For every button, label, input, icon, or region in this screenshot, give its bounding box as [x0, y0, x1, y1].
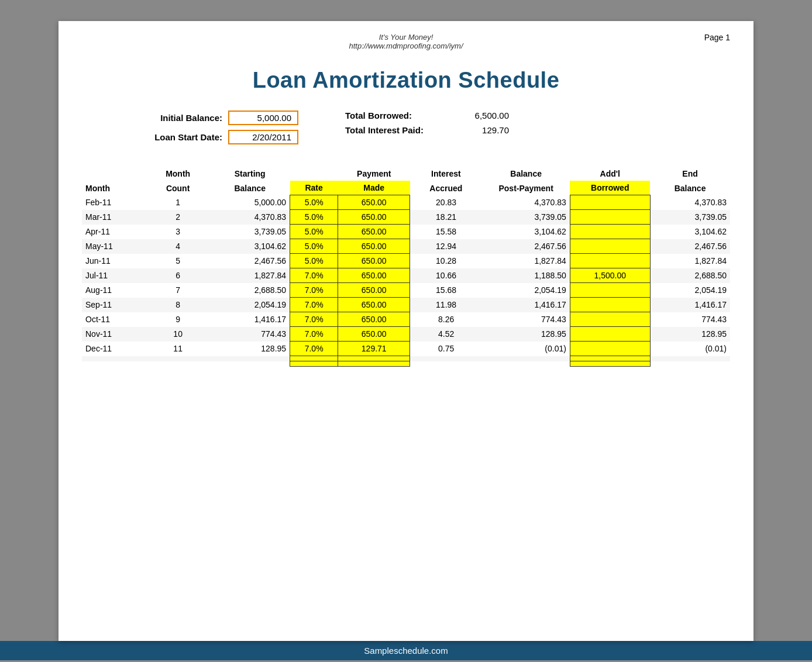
- table-cell: 4.52: [410, 327, 482, 342]
- info-left: Initial Balance: 5,000.00 Loan Start Dat…: [129, 111, 298, 149]
- table-cell: (0.01): [650, 342, 730, 356]
- table-cell: [570, 210, 650, 225]
- header-rate-top: [290, 167, 338, 181]
- total-interest-value: 129.70: [450, 125, 509, 135]
- table-cell: 7.0%: [290, 283, 338, 298]
- table-cell: 128.95: [210, 342, 290, 356]
- table-cell: [570, 225, 650, 239]
- table-cell: 2,467.56: [650, 239, 730, 254]
- table-cell: 650.00: [338, 312, 410, 327]
- table-cell: 15.58: [410, 225, 482, 239]
- table-cell: [482, 356, 570, 361]
- initial-balance-value: 5,000.00: [228, 111, 298, 125]
- table-cell: 650.00: [338, 268, 410, 283]
- header-starting-balance: Balance: [210, 181, 290, 195]
- table-cell: 0.75: [410, 342, 482, 356]
- table-cell: 8.26: [410, 312, 482, 327]
- table-cell: 20.83: [410, 195, 482, 210]
- header-month-count-top: Month: [146, 167, 209, 181]
- table-cell: 650.00: [338, 254, 410, 268]
- table-cell: 1,416.17: [210, 312, 290, 327]
- info-section: Initial Balance: 5,000.00 Loan Start Dat…: [82, 111, 730, 149]
- table-cell: 7.0%: [290, 268, 338, 283]
- table-cell: [82, 356, 146, 361]
- table-cell: 4: [146, 239, 209, 254]
- table-cell: 650.00: [338, 327, 410, 342]
- table-cell: 3,104.62: [210, 239, 290, 254]
- table-cell: May-11: [82, 239, 146, 254]
- table-cell: 1,827.84: [650, 254, 730, 268]
- footer-bar: Sampleschedule.com: [0, 641, 812, 660]
- table-cell: [570, 342, 650, 356]
- table-cell: [410, 361, 482, 367]
- table-cell: 10.66: [410, 268, 482, 283]
- table-cell: 650.00: [338, 225, 410, 239]
- table-cell: 3,104.62: [650, 225, 730, 239]
- page-number: Page 1: [704, 33, 730, 42]
- table-cell: 11: [146, 342, 209, 356]
- total-borrowed-row: Total Borrowed: 6,500.00: [345, 111, 509, 120]
- table-cell: 4,370.83: [650, 195, 730, 210]
- table-cell: 18.21: [410, 210, 482, 225]
- table-cell: [570, 283, 650, 298]
- table-cell: 650.00: [338, 195, 410, 210]
- table-cell: 3,739.05: [210, 225, 290, 239]
- table-cell: 5.0%: [290, 254, 338, 268]
- table-cell: [410, 356, 482, 361]
- table-cell: [570, 312, 650, 327]
- table-cell: 774.43: [650, 312, 730, 327]
- table-cell: 3: [146, 225, 209, 239]
- table-row: Aug-1172,688.507.0%650.0015.682,054.192,…: [82, 283, 730, 298]
- table-row: Oct-1191,416.177.0%650.008.26774.43774.4…: [82, 312, 730, 327]
- table-header-row-1: Month Starting Payment Interest Balance …: [82, 167, 730, 181]
- table-cell: 1,827.84: [210, 268, 290, 283]
- table-row: Jul-1161,827.847.0%650.0010.661,188.501,…: [82, 268, 730, 283]
- table-cell: 4,370.83: [482, 195, 570, 210]
- table-cell: [338, 361, 410, 367]
- table-cell: Dec-11: [82, 342, 146, 356]
- table-cell: 7.0%: [290, 298, 338, 312]
- initial-balance-label: Initial Balance:: [129, 113, 222, 123]
- table-row: Nov-1110774.437.0%650.004.52128.95128.95: [82, 327, 730, 342]
- header-balance-top: Balance: [482, 167, 570, 181]
- table-row: Feb-1115,000.005.0%650.0020.834,370.834,…: [82, 195, 730, 210]
- table-cell: 5,000.00: [210, 195, 290, 210]
- table-cell: 2,054.19: [210, 298, 290, 312]
- table-cell: 3,104.62: [482, 225, 570, 239]
- table-cell: 1,416.17: [482, 298, 570, 312]
- table-cell: [650, 361, 730, 367]
- table-cell: [338, 356, 410, 361]
- table-cell: 1,188.50: [482, 268, 570, 283]
- table-cell: 10: [146, 327, 209, 342]
- table-cell: [570, 254, 650, 268]
- table-header-row-2: Month Count Balance Rate Made Accrued Po…: [82, 181, 730, 195]
- table-cell: 3,739.05: [482, 210, 570, 225]
- table-cell: [570, 361, 650, 367]
- table-cell: [146, 361, 209, 367]
- info-right: Total Borrowed: 6,500.00 Total Interest …: [345, 111, 509, 140]
- table-cell: 8: [146, 298, 209, 312]
- header-month-label: Month: [82, 181, 146, 195]
- table-cell: [650, 356, 730, 361]
- table-cell: 128.95: [650, 327, 730, 342]
- footer-text: Sampleschedule.com: [364, 646, 448, 656]
- table-row: [82, 361, 730, 367]
- table-cell: 6: [146, 268, 209, 283]
- table-cell: 1,416.17: [650, 298, 730, 312]
- site-title: It's Your Money!: [82, 33, 730, 42]
- table-cell: 650.00: [338, 239, 410, 254]
- table-cell: 15.68: [410, 283, 482, 298]
- table-cell: 2,688.50: [210, 283, 290, 298]
- table-cell: [570, 327, 650, 342]
- table-body: Feb-1115,000.005.0%650.0020.834,370.834,…: [82, 195, 730, 367]
- table-row: Mar-1124,370.835.0%650.0018.213,739.053,…: [82, 210, 730, 225]
- table-row: [82, 356, 730, 361]
- table-cell: 12.94: [410, 239, 482, 254]
- header-end-balance: Balance: [650, 181, 730, 195]
- table-cell: 2,054.19: [650, 283, 730, 298]
- header-month: [82, 167, 146, 181]
- table-cell: [482, 361, 570, 367]
- table-cell: 2,467.56: [482, 239, 570, 254]
- total-borrowed-value: 6,500.00: [450, 111, 509, 120]
- header-starting-top: Starting: [210, 167, 290, 181]
